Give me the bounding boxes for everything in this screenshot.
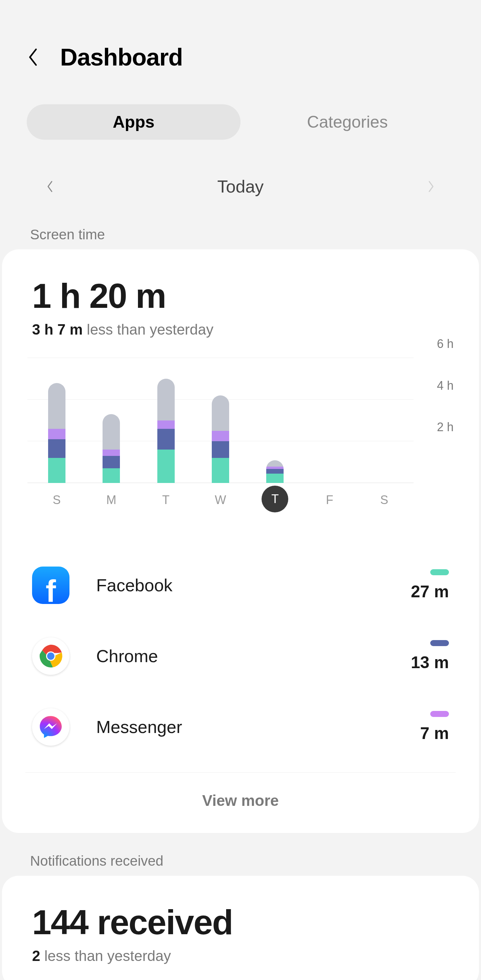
- app-time-wrap: 7 m: [420, 711, 449, 743]
- app-time: 13 m: [411, 653, 449, 672]
- view-more-button[interactable]: View more: [2, 773, 479, 833]
- screen-time-diff-text: less than yesterday: [83, 321, 213, 337]
- chart-y-label: 6 h: [437, 337, 454, 351]
- date-navigation: Today: [0, 150, 481, 227]
- chart-bar-segment: [48, 458, 65, 483]
- app-row[interactable]: Messenger7 m: [32, 692, 449, 762]
- svg-point-2: [47, 652, 54, 660]
- chart-bar-segment: [48, 439, 65, 458]
- chart-bar-segment: [103, 456, 120, 468]
- notifications-total: 144 received: [2, 902, 479, 942]
- chart-bar-segment: [266, 460, 284, 466]
- app-color-pill: [430, 711, 449, 717]
- chart-bar-segment: [157, 420, 175, 429]
- app-time: 7 m: [420, 724, 449, 743]
- chart-bar-segment: [212, 458, 229, 483]
- screen-time-section-label: Screen time: [0, 227, 481, 249]
- screen-time-card: 1 h 20 m 3 h 7 m less than yesterday 6 h…: [2, 249, 479, 833]
- chart-bar-segment: [212, 441, 229, 458]
- date-label[interactable]: Today: [217, 177, 264, 197]
- chart-bar-segment: [266, 466, 284, 469]
- chart-bar[interactable]: [103, 414, 120, 483]
- chart-x-label[interactable]: F: [321, 493, 338, 520]
- chart-x-label[interactable]: T: [157, 493, 175, 520]
- chart-bar-segment: [103, 414, 120, 450]
- chart-bar-segment: [103, 450, 120, 456]
- chart-x-label[interactable]: S: [48, 493, 65, 520]
- app-row[interactable]: Chrome13 m: [32, 621, 449, 692]
- app-color-pill: [430, 640, 449, 646]
- chart-bar-segment: [103, 468, 120, 483]
- screen-time-total: 1 h 20 m: [2, 276, 479, 316]
- tab-bar: Apps Categories: [0, 91, 481, 150]
- date-next-button: [424, 180, 438, 193]
- chart-bar-segment: [157, 450, 175, 483]
- chart-bar-segment: [157, 379, 175, 420]
- page-title: Dashboard: [60, 43, 183, 71]
- app-row[interactable]: fFacebook27 m: [32, 550, 449, 621]
- chart-bar[interactable]: [48, 383, 65, 483]
- screen-time-diff: 3 h 7 m less than yesterday: [2, 316, 479, 358]
- chart-y-label: 4 h: [437, 379, 454, 393]
- app-icon: [32, 637, 70, 675]
- app-icon: [32, 708, 70, 746]
- chart-bar-segment: [48, 383, 65, 429]
- chart-x-label[interactable]: M: [103, 493, 120, 520]
- chart-bar[interactable]: [212, 395, 229, 483]
- notifications-diff-value: 2: [32, 948, 40, 964]
- chart-y-label: 2 h: [437, 420, 454, 434]
- date-prev-button[interactable]: [43, 180, 57, 193]
- app-list: fFacebook27 mChrome13 mMessenger7 m: [2, 536, 479, 762]
- chart-x-label[interactable]: W: [212, 493, 229, 520]
- screen-time-chart[interactable]: 6 h4 h2 h SMTWTFS: [2, 358, 479, 536]
- back-button[interactable]: [27, 47, 40, 67]
- notifications-diff: 2 less than yesterday: [2, 942, 479, 967]
- chart-bar-segment: [266, 474, 284, 483]
- app-time-wrap: 13 m: [411, 640, 449, 672]
- notifications-diff-text: less than yesterday: [40, 948, 171, 964]
- app-name: Facebook: [96, 575, 411, 595]
- app-icon: f: [32, 566, 70, 604]
- chart-bar[interactable]: [157, 379, 175, 483]
- chart-x-label[interactable]: T: [266, 493, 284, 520]
- chart-bar-segment: [157, 429, 175, 450]
- chart-bar-segment: [212, 395, 229, 431]
- chart-bar-segment: [48, 429, 65, 439]
- tab-categories[interactable]: Categories: [240, 104, 454, 140]
- chart-bar-segment: [266, 469, 284, 474]
- chart-bar[interactable]: [266, 460, 284, 483]
- screen-time-diff-value: 3 h 7 m: [32, 321, 83, 337]
- app-name: Messenger: [96, 717, 420, 737]
- app-name: Chrome: [96, 646, 411, 666]
- chart-bar-segment: [212, 431, 229, 441]
- app-time-wrap: 27 m: [411, 569, 449, 601]
- notifications-section-label: Notifications received: [0, 853, 481, 876]
- chart-x-label[interactable]: S: [375, 493, 393, 520]
- app-time: 27 m: [411, 582, 449, 601]
- notifications-card: 144 received 2 less than yesterday: [2, 876, 479, 980]
- app-color-pill: [430, 569, 449, 575]
- tab-apps[interactable]: Apps: [27, 104, 240, 140]
